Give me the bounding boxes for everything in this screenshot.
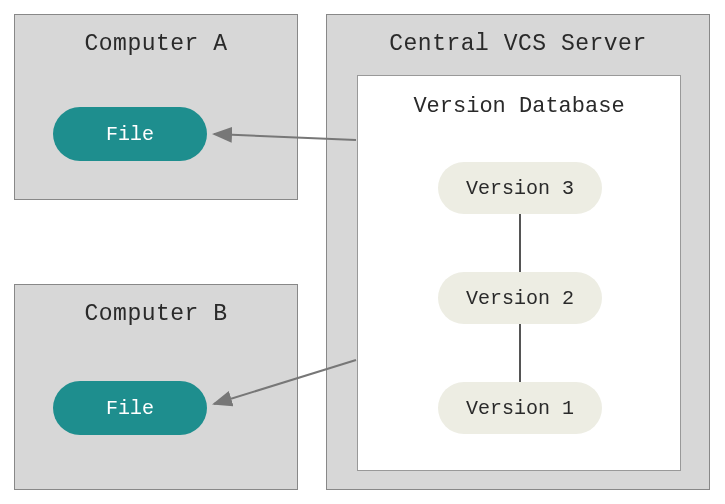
version-3-label: Version 3: [466, 177, 574, 200]
version-2-pill: Version 2: [438, 272, 602, 324]
computer-a-file-label: File: [106, 123, 154, 146]
version-2-label: Version 2: [466, 287, 574, 310]
computer-a-box: Computer A File: [14, 14, 298, 200]
version-3-pill: Version 3: [438, 162, 602, 214]
version-1-pill: Version 1: [438, 382, 602, 434]
computer-b-file-label: File: [106, 397, 154, 420]
server-title: Central VCS Server: [327, 15, 709, 57]
version-connector-line: [519, 214, 521, 272]
version-connector-line: [519, 324, 521, 382]
computer-a-title: Computer A: [15, 15, 297, 57]
version-database-title: Version Database: [358, 76, 680, 119]
computer-a-file-pill: File: [53, 107, 207, 161]
version-database-panel: Version Database Version 3 Version 2 Ver…: [357, 75, 681, 471]
computer-b-title: Computer B: [15, 285, 297, 327]
server-box: Central VCS Server Version Database Vers…: [326, 14, 710, 490]
diagram-canvas: Computer A File Computer B File Central …: [0, 0, 725, 504]
computer-b-box: Computer B File: [14, 284, 298, 490]
computer-b-file-pill: File: [53, 381, 207, 435]
version-1-label: Version 1: [466, 397, 574, 420]
